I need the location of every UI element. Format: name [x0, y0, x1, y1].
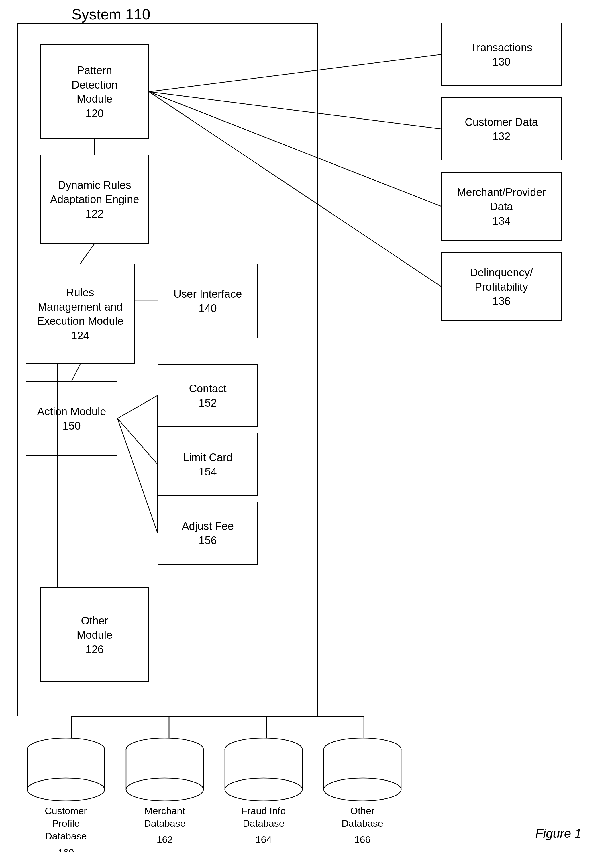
svg-point-32: [126, 778, 204, 801]
transactions-num: 130: [492, 56, 510, 68]
action-module-box: Action Module 150: [26, 381, 118, 456]
rules-management-label: RulesManagement andExecution Module: [37, 286, 124, 328]
customer-profile-db-cylinder: [26, 738, 106, 801]
customer-profile-db-label: CustomerProfileDatabase: [45, 804, 87, 843]
action-module-label: Action Module: [37, 405, 106, 419]
rules-management-box: RulesManagement andExecution Module 124: [26, 264, 135, 364]
customer-data-label: Customer Data: [465, 115, 538, 129]
svg-point-42: [324, 778, 401, 801]
dynamic-rules-num: 122: [85, 208, 103, 220]
other-db-group: OtherDatabase 166: [322, 738, 403, 846]
merchant-provider-label: Merchant/ProviderData: [457, 186, 546, 214]
adjust-fee-label: Adjust Fee: [182, 519, 234, 533]
page: System 110 PatternDetectionModule 120 Dy…: [0, 0, 616, 852]
delinquency-label: Delinquency/Profitability: [470, 266, 533, 294]
pattern-detection-box: PatternDetectionModule 120: [40, 44, 149, 139]
pattern-detection-label: PatternDetectionModule: [72, 63, 118, 106]
merchant-db-cylinder: [125, 738, 205, 801]
transactions-box: Transactions 130: [441, 23, 562, 86]
dynamic-rules-box: Dynamic RulesAdaptation Engine 122: [40, 155, 149, 243]
action-module-num: 150: [62, 420, 80, 432]
fraud-info-db-label: Fraud InfoDatabase: [242, 804, 286, 829]
svg-point-37: [225, 778, 302, 801]
contact-label: Contact: [189, 382, 226, 396]
adjust-fee-box: Adjust Fee 156: [158, 502, 258, 565]
fraud-info-db-group: Fraud InfoDatabase 164: [223, 738, 304, 846]
delinquency-box: Delinquency/Profitability 136: [441, 252, 562, 321]
fraud-info-db-num: 164: [255, 833, 272, 846]
limit-card-label: Limit Card: [183, 450, 233, 465]
merchant-db-group: MerchantDatabase 162: [125, 738, 205, 846]
fraud-info-db-cylinder: [223, 738, 304, 801]
other-module-num: 126: [85, 644, 103, 656]
merchant-db-label: MerchantDatabase: [144, 804, 186, 829]
transactions-label: Transactions: [471, 41, 532, 55]
limit-card-box: Limit Card 154: [158, 433, 258, 496]
user-interface-box: User Interface 140: [158, 264, 258, 338]
customer-profile-db-group: CustomerProfileDatabase 160: [26, 738, 106, 852]
adjust-fee-num: 156: [199, 535, 217, 547]
merchant-provider-box: Merchant/ProviderData 134: [441, 172, 562, 241]
customer-data-num: 132: [492, 130, 510, 143]
delinquency-num: 136: [492, 295, 510, 308]
rules-management-num: 124: [71, 329, 89, 342]
contact-num: 152: [199, 397, 217, 409]
other-module-box: OtherModule 126: [40, 588, 149, 682]
user-interface-num: 140: [199, 302, 217, 315]
other-db-cylinder: [322, 738, 403, 801]
system-title: System 110: [72, 6, 150, 23]
limit-card-num: 154: [199, 466, 217, 478]
contact-box: Contact 152: [158, 364, 258, 427]
dynamic-rules-label: Dynamic RulesAdaptation Engine: [50, 178, 139, 207]
other-module-label: OtherModule: [77, 614, 113, 642]
pattern-detection-num: 120: [85, 107, 103, 120]
customer-data-box: Customer Data 132: [441, 97, 562, 160]
svg-point-27: [27, 778, 104, 801]
customer-profile-db-num: 160: [58, 846, 74, 852]
figure-label: Figure 1: [536, 826, 581, 840]
other-db-label: OtherDatabase: [341, 804, 383, 829]
merchant-db-num: 162: [157, 833, 173, 846]
merchant-provider-num: 134: [492, 215, 510, 227]
other-db-num: 166: [355, 833, 371, 846]
user-interface-label: User Interface: [174, 287, 242, 301]
